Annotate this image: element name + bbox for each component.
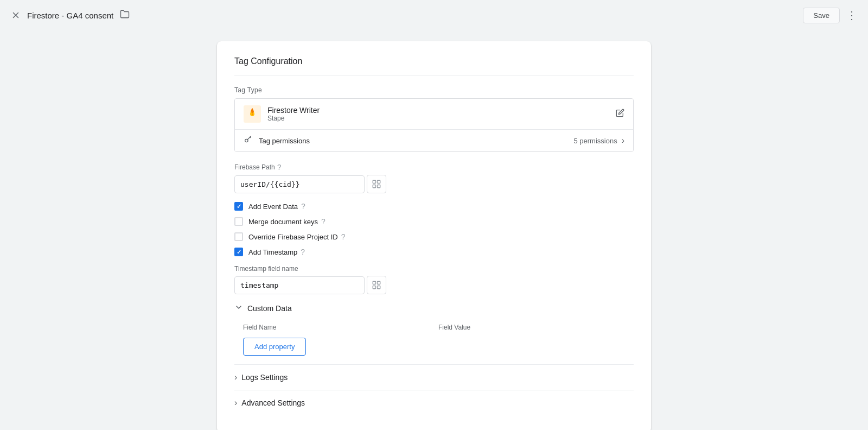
save-button[interactable]: Save	[803, 8, 840, 23]
field-value-header: Field Value	[438, 324, 634, 331]
tag-type-box: Firestore Writer Stape	[234, 98, 634, 152]
logs-settings-label: Logs Settings	[241, 373, 288, 382]
svg-rect-6	[373, 180, 375, 183]
override-firebase-project-id-checkbox[interactable]	[234, 232, 243, 241]
override-firebase-project-id-label: Override Firebase Project ID ?	[248, 232, 346, 241]
tag-info: Firestore Writer Stape	[267, 106, 616, 122]
merge-document-keys-checkbox[interactable]	[234, 217, 243, 226]
tag-type-row: Firestore Writer Stape	[235, 99, 633, 129]
firebase-path-help-icon[interactable]: ?	[277, 163, 282, 172]
add-event-data-row: Add Event Data ?	[234, 202, 634, 211]
more-options-icon[interactable]: ⋮	[846, 9, 857, 22]
custom-data-table-header: Field Name Field Value	[234, 321, 634, 336]
svg-line-5	[250, 137, 251, 137]
permissions-chevron-icon[interactable]: ›	[622, 136, 624, 146]
override-firebase-project-id-row: Override Firebase Project ID ?	[234, 232, 634, 241]
firebase-path-input[interactable]	[234, 175, 365, 193]
custom-data-chevron-icon	[234, 303, 243, 314]
merge-document-keys-row: Merge document keys ?	[234, 217, 634, 226]
card-title: Tag Configuration	[234, 56, 634, 75]
firebase-path-input-row	[234, 175, 634, 193]
checkbox-group: Add Event Data ? Merge document keys ? O…	[234, 202, 634, 256]
tag-subtitle: Stape	[267, 115, 616, 122]
svg-rect-12	[373, 286, 375, 289]
advanced-settings-label: Advanced Settings	[241, 399, 305, 407]
custom-data-title: Custom Data	[247, 304, 292, 313]
logs-settings-row[interactable]: › Logs Settings	[234, 364, 634, 390]
main-content: Tag Configuration Tag Type	[0, 30, 868, 430]
timestamp-field-input[interactable]	[234, 276, 365, 294]
add-event-data-checkbox[interactable]	[234, 202, 243, 211]
permissions-count: 5 permissions	[573, 137, 617, 145]
svg-rect-8	[373, 185, 375, 188]
topbar-left: Firestore - GA4 consent	[11, 9, 130, 21]
timestamp-field-input-row	[234, 276, 634, 294]
custom-data-header[interactable]: Custom Data	[234, 303, 634, 314]
tag-config-card: Tag Configuration Tag Type	[217, 41, 651, 430]
page-title: Firestore - GA4 consent	[27, 11, 113, 20]
folder-icon[interactable]	[120, 9, 130, 21]
firebase-path-variable-button[interactable]	[367, 175, 386, 193]
tag-type-section: Tag Type	[234, 86, 634, 152]
svg-rect-9	[378, 185, 380, 188]
merge-document-keys-help-icon[interactable]: ?	[321, 217, 326, 226]
svg-rect-11	[378, 281, 380, 284]
edit-tag-icon[interactable]	[616, 109, 624, 119]
svg-rect-7	[378, 180, 380, 183]
advanced-settings-row[interactable]: › Advanced Settings	[234, 390, 634, 415]
topbar-right: Save ⋮	[803, 8, 857, 23]
advanced-settings-chevron-icon: ›	[234, 398, 237, 408]
firestore-icon	[244, 105, 261, 123]
logs-settings-chevron-icon: ›	[234, 372, 237, 382]
timestamp-field-section: Timestamp field name	[234, 265, 634, 294]
merge-document-keys-label: Merge document keys ?	[248, 217, 326, 226]
svg-rect-10	[373, 281, 375, 284]
permissions-row[interactable]: Tag permissions 5 permissions ›	[235, 129, 633, 151]
add-property-button[interactable]: Add property	[243, 338, 306, 356]
add-event-data-help-icon[interactable]: ?	[301, 202, 305, 211]
svg-rect-13	[378, 286, 380, 289]
firebase-path-label: Firebase Path ?	[234, 163, 634, 172]
permissions-label: Tag permissions	[259, 137, 573, 145]
field-name-header: Field Name	[243, 324, 438, 331]
close-button[interactable]	[11, 10, 21, 20]
add-event-data-label: Add Event Data ?	[248, 202, 305, 211]
add-timestamp-row: Add Timestamp ?	[234, 248, 634, 256]
add-timestamp-label: Add Timestamp ?	[248, 248, 305, 256]
tag-type-label: Tag Type	[234, 86, 634, 94]
timestamp-variable-button[interactable]	[367, 276, 386, 294]
tag-name: Firestore Writer	[267, 106, 616, 115]
timestamp-field-label: Timestamp field name	[234, 265, 634, 273]
key-icon	[244, 135, 252, 146]
firebase-path-section: Firebase Path ?	[234, 163, 634, 193]
custom-data-section: Custom Data Field Name Field Value Add p…	[234, 303, 634, 356]
topbar: Firestore - GA4 consent Save ⋮	[0, 0, 868, 30]
override-firebase-project-id-help-icon[interactable]: ?	[341, 232, 346, 241]
add-timestamp-help-icon[interactable]: ?	[301, 248, 305, 256]
add-timestamp-checkbox[interactable]	[234, 248, 243, 256]
